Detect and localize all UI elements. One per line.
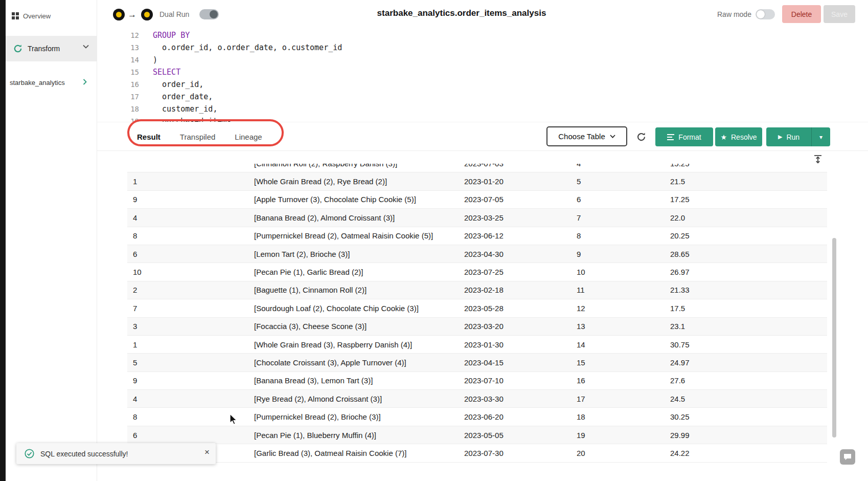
raw-mode-toggle[interactable] bbox=[756, 9, 775, 19]
format-button[interactable]: Format bbox=[655, 127, 713, 146]
table-row: 4 [Rye Bread (2), Almond Croissant (3)] … bbox=[127, 390, 827, 408]
cell-row-number: 16 bbox=[571, 376, 665, 385]
cell-total: 21.33 bbox=[665, 286, 827, 294]
delete-button[interactable]: Delete bbox=[782, 5, 821, 23]
cell-purchased-items: [Lemon Tart (2), Brioche (3)] bbox=[248, 250, 459, 258]
line-number: 16 bbox=[97, 78, 139, 91]
cell-order-id: 10 bbox=[127, 268, 248, 276]
sidebar-item-starbake-analytics[interactable]: starbake_analytics bbox=[6, 76, 97, 89]
cell-order-id: 6 bbox=[127, 250, 248, 258]
editor-line[interactable]: 14 ) bbox=[97, 54, 868, 66]
cell-order-date: 2023-02-18 bbox=[459, 286, 571, 294]
editor-line[interactable]: 18 customer_id, bbox=[97, 103, 868, 115]
resolve-button[interactable]: ★ Resolve bbox=[715, 127, 762, 146]
choose-table-label: Choose Table bbox=[558, 132, 605, 141]
cell-row-number: 19 bbox=[571, 431, 665, 440]
vertical-scrollbar-thumb[interactable] bbox=[832, 238, 836, 438]
cell-total: 24.5 bbox=[665, 395, 827, 403]
table-row: 10 [Pecan Pie (1), Garlic Bread (2)] 202… bbox=[127, 263, 827, 281]
table-row: 7 [Sourdough Loaf (2), Chocolate Chip Co… bbox=[127, 299, 827, 317]
cell-order-date: 2023-03-30 bbox=[459, 395, 571, 403]
run-button[interactable]: ▶ Run bbox=[766, 127, 811, 146]
sidebar-item-transform[interactable]: Transform bbox=[6, 36, 97, 61]
cell-order-date: 2023-03-25 bbox=[459, 213, 571, 222]
format-lines-icon bbox=[667, 134, 674, 140]
cell-purchased-items: [Sourdough Loaf (2), Chocolate Chip Cook… bbox=[248, 304, 459, 313]
dual-run-label: Dual Run bbox=[159, 10, 189, 18]
success-toast: SQL executed successfully! × bbox=[16, 443, 216, 464]
chevron-down-icon bbox=[83, 45, 89, 49]
results-tab[interactable]: Lineage bbox=[235, 133, 262, 141]
save-button[interactable]: Save bbox=[824, 5, 855, 23]
source-dialect-icon bbox=[113, 9, 125, 20]
cell-order-date: 2023-01-30 bbox=[459, 340, 571, 349]
fit-row-height-button[interactable] bbox=[813, 154, 823, 164]
results-tabs: Result Transpiled Lineage bbox=[137, 122, 262, 151]
cell-total: 17.5 bbox=[665, 304, 827, 313]
sidebar-transform-label: Transform bbox=[28, 45, 60, 53]
chat-bubble-icon bbox=[843, 453, 852, 461]
line-code: order_date, bbox=[153, 91, 213, 103]
table-row: 2 [Baguette (1), Cinnamon Roll (2)] 2023… bbox=[127, 281, 827, 299]
cell-purchased-items: [Pecan Pie (1), Blueberry Muffin (4)] bbox=[248, 431, 459, 440]
table-row: [Garlic Bread (3), Oatmeal Raisin Cookie… bbox=[127, 444, 827, 462]
editor-line[interactable]: 17 order_date, bbox=[97, 91, 868, 103]
cell-row-number: 17 bbox=[571, 395, 665, 403]
editor-line[interactable]: 12 GROUP BY bbox=[97, 29, 868, 41]
cell-total: 21.5 bbox=[665, 177, 827, 186]
dialect-arrow-icon: → bbox=[128, 9, 136, 20]
chevron-right-icon bbox=[83, 79, 87, 85]
line-number: 14 bbox=[97, 54, 139, 66]
cell-purchased-items: [Garlic Bread (3), Oatmeal Raisin Cookie… bbox=[248, 449, 459, 457]
cell-row-number: 12 bbox=[571, 304, 665, 313]
dual-run-toggle[interactable] bbox=[199, 9, 219, 19]
raw-mode-label: Raw mode bbox=[717, 10, 751, 18]
editor-line[interactable]: 13 o.order_id, o.order_date, o.customer_… bbox=[97, 41, 868, 54]
table-row: 1 [Whole Grain Bread (2), Rye Bread (2)]… bbox=[127, 172, 827, 190]
results-panel: Result Transpiled Lineage Choose Table F… bbox=[97, 122, 868, 481]
cell-row-number: 10 bbox=[571, 268, 665, 276]
choose-table-dropdown[interactable]: Choose Table bbox=[546, 126, 627, 146]
cell-total: 30.75 bbox=[665, 340, 827, 349]
feedback-chat-button[interactable] bbox=[840, 449, 855, 465]
cell-order-date: 2023-04-30 bbox=[459, 250, 571, 258]
line-number: 18 bbox=[97, 103, 139, 115]
results-tab[interactable]: Result bbox=[137, 133, 161, 141]
toggle-knob bbox=[210, 10, 218, 18]
editor-line[interactable]: 19 purchased_items, bbox=[97, 115, 868, 122]
editor-line[interactable]: 15 SELECT bbox=[97, 66, 868, 78]
cell-order-id: 1 bbox=[127, 177, 248, 186]
toast-close-icon[interactable]: × bbox=[204, 448, 210, 456]
sidebar-item-overview[interactable]: Overview bbox=[12, 10, 51, 21]
editor-line[interactable]: 16 order_id, bbox=[97, 78, 868, 91]
cell-total: 27.6 bbox=[665, 376, 827, 385]
cell-purchased-items: [Whole Grain Bread (2), Rye Bread (2)] bbox=[248, 177, 459, 186]
fit-height-icon bbox=[813, 154, 823, 164]
check-circle-icon bbox=[25, 449, 34, 458]
tab-label: Result bbox=[137, 133, 161, 141]
cell-row-number: 11 bbox=[571, 286, 665, 294]
cell-order-date: 2023-07-03 bbox=[459, 164, 571, 168]
cell-total: 17.25 bbox=[665, 195, 827, 204]
results-table: [Cinnamon Roll (2), Raspberry Danish (3)… bbox=[127, 164, 827, 463]
cell-row-number: 6 bbox=[571, 195, 665, 204]
sidebar-overview-label: Overview bbox=[23, 12, 51, 20]
table-row: 9 [Apple Turnover (3), Chocolate Chip Co… bbox=[127, 191, 827, 209]
line-number: 13 bbox=[97, 41, 139, 54]
run-options-caret-button[interactable]: ▾ bbox=[811, 127, 830, 146]
refresh-button[interactable] bbox=[635, 130, 647, 143]
line-number: 17 bbox=[97, 91, 139, 103]
results-tab[interactable]: Transpiled bbox=[180, 133, 215, 141]
cell-order-id: 9 bbox=[127, 376, 248, 385]
sql-editor[interactable]: 12 GROUP BY 13 o.order_id, o.order_date,… bbox=[97, 28, 868, 122]
cell-order-id: 6 bbox=[127, 431, 248, 440]
line-code: ) bbox=[153, 54, 157, 66]
cell-total: 24.22 bbox=[665, 449, 827, 457]
cell-order-id: 8 bbox=[127, 231, 248, 240]
cell-order-id: 7 bbox=[127, 304, 248, 313]
refresh-icon bbox=[636, 132, 646, 142]
cell-order-date: 2023-03-20 bbox=[459, 322, 571, 331]
cell-purchased-items: [Pumpernickel Bread (2), Oatmeal Raisin … bbox=[248, 231, 459, 240]
cell-total: 24.97 bbox=[665, 358, 827, 367]
app-window: Overview Transform starbake_analytics → … bbox=[0, 0, 868, 481]
